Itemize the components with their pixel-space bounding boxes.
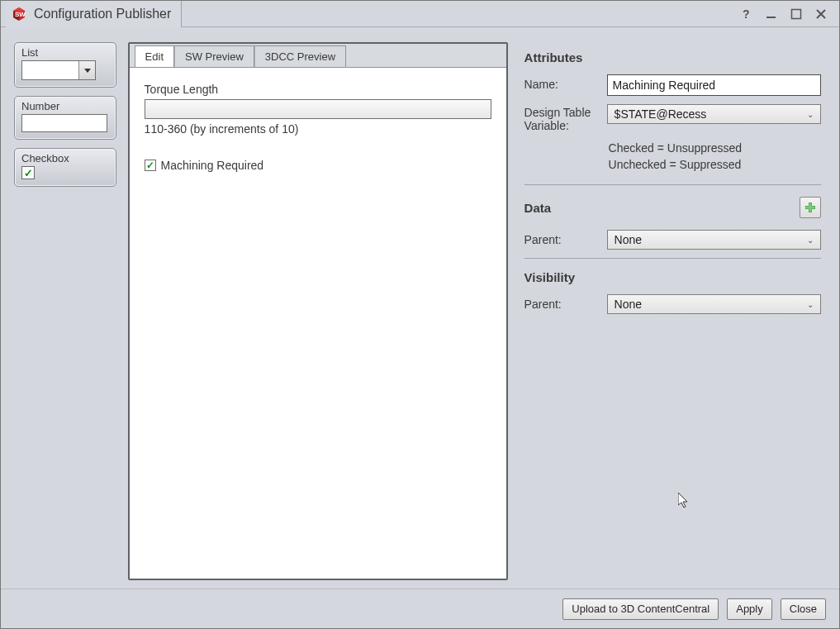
palette-checkbox-label: Checkbox	[21, 152, 109, 164]
apply-button[interactable]: Apply	[727, 598, 772, 620]
divider	[524, 184, 821, 185]
body: List Number Checkbox ✓ Edit SW Pre	[1, 27, 839, 588]
machining-required-label: Machining Required	[161, 159, 264, 172]
data-parent-label: Parent:	[524, 230, 607, 246]
maximize-button[interactable]	[788, 6, 804, 22]
design-table-variable-value: $STATE@Recess	[615, 107, 707, 121]
palette-checkbox[interactable]: Checkbox ✓	[14, 148, 116, 187]
machining-required-row[interactable]: ✓ Machining Required	[145, 159, 491, 172]
close-window-button[interactable]	[813, 6, 829, 22]
minimize-button[interactable]	[763, 6, 780, 22]
palette-number[interactable]: Number	[14, 96, 116, 140]
upload-button[interactable]: Upload to 3D ContentCentral	[562, 598, 719, 620]
palette-list-label: List	[21, 46, 109, 59]
window: SW Configuration Publisher ? List	[0, 0, 840, 629]
data-heading: Data	[524, 201, 552, 215]
visibility-parent-value: None	[615, 298, 642, 311]
name-input[interactable]	[607, 74, 821, 96]
palette: List Number Checkbox ✓	[14, 42, 116, 580]
data-parent-select[interactable]: None ⌄	[607, 230, 821, 250]
palette-number-input[interactable]	[21, 114, 107, 132]
palette-list[interactable]: List	[14, 42, 116, 88]
tabs: Edit SW Preview 3DCC Preview	[130, 44, 506, 67]
design-table-variable-label: Design Table Variable:	[524, 104, 607, 132]
palette-number-label: Number	[21, 100, 109, 112]
svg-rect-6	[792, 9, 801, 18]
close-button[interactable]: Close	[781, 598, 826, 620]
torque-length-label: Torque Length	[145, 83, 491, 96]
solidworks-icon: SW	[11, 6, 27, 22]
chevron-down-icon: ⌄	[807, 300, 814, 309]
visibility-parent-label: Parent:	[524, 294, 607, 311]
properties-panel: Attributes Name: Design Table Variable: …	[520, 42, 826, 580]
design-table-variable-select[interactable]: $STATE@Recess ⌄	[607, 104, 821, 124]
title-controls: ?	[738, 6, 834, 22]
tab-sw-preview[interactable]: SW Preview	[174, 45, 254, 67]
tab-3dcc-preview[interactable]: 3DCC Preview	[254, 45, 346, 67]
chevron-down-icon: ⌄	[807, 236, 814, 245]
attributes-heading: Attributes	[524, 50, 821, 64]
divider	[524, 258, 821, 259]
machining-required-checkbox[interactable]: ✓	[145, 160, 156, 171]
title-tab: SW Configuration Publisher	[6, 1, 182, 27]
canvas: Torque Length 110-360 (by increments of …	[130, 67, 506, 579]
data-parent-value: None	[615, 233, 642, 246]
torque-length-dropdown[interactable]	[145, 99, 491, 119]
visibility-parent-select[interactable]: None ⌄	[607, 294, 821, 314]
chevron-down-icon: ⌄	[807, 110, 814, 119]
add-data-button[interactable]	[800, 197, 821, 218]
svg-rect-5	[766, 17, 776, 18]
dropdown-icon[interactable]	[78, 61, 95, 79]
svg-text:SW: SW	[15, 11, 26, 18]
svg-marker-9	[84, 69, 91, 73]
bottom-bar: Upload to 3D ContentCentral Apply Close	[1, 588, 839, 628]
titlebar: SW Configuration Publisher ?	[1, 1, 839, 27]
visibility-heading: Visibility	[524, 270, 821, 284]
window-title: Configuration Publisher	[34, 7, 171, 21]
state-hint-line2: Unchecked = Suppressed	[609, 157, 821, 174]
tab-edit[interactable]: Edit	[135, 45, 174, 67]
state-hint-line1: Checked = Unsuppressed	[609, 141, 821, 157]
palette-list-value	[22, 61, 78, 79]
center-panel: Edit SW Preview 3DCC Preview Torque Leng…	[128, 42, 508, 580]
name-label: Name:	[524, 74, 607, 91]
palette-checkbox-box[interactable]: ✓	[21, 166, 35, 179]
torque-length-hint: 110-360 (by increments of 10)	[145, 122, 491, 136]
state-hint: Checked = Unsuppressed Unchecked = Suppr…	[609, 141, 821, 173]
palette-list-combo[interactable]	[21, 60, 96, 80]
svg-rect-13	[806, 207, 815, 209]
help-button[interactable]: ?	[738, 6, 755, 22]
svg-text:?: ?	[743, 8, 750, 20]
